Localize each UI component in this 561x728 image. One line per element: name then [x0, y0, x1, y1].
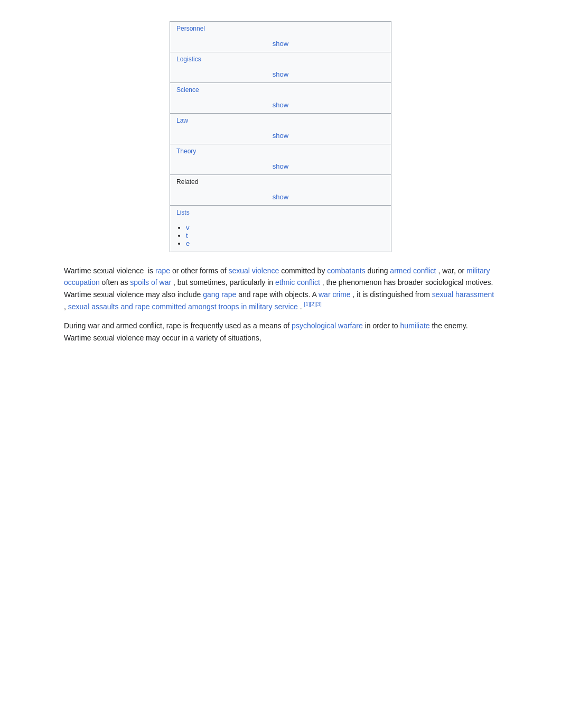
lists-bullet-t: t [186, 232, 385, 239]
link-sexual-violence[interactable]: sexual violence [229, 266, 279, 275]
theory-header: Theory [170, 144, 391, 158]
text-committed-by: committed by [281, 266, 327, 275]
law-show-link[interactable]: show [273, 132, 288, 140]
sidebar-section-law: Law show [170, 114, 391, 144]
sidebar-box: Personnel show Logistics show Science sh… [170, 21, 391, 252]
sidebar-section-personnel: Personnel show [170, 22, 391, 52]
text-and-rape: and rape with objects. A [238, 290, 319, 299]
lists-header: Lists [170, 206, 391, 219]
sidebar-section-lists: Lists v t e [170, 206, 391, 252]
law-show-row: show [170, 127, 391, 144]
logistics-show-link[interactable]: show [273, 70, 288, 78]
related-show-row: show [170, 189, 391, 205]
lists-link[interactable]: Lists [176, 209, 190, 216]
lists-bullet-e: e [186, 239, 385, 247]
citations-1: [1][2][3] [304, 301, 321, 307]
personnel-show-row: show [170, 35, 391, 52]
link-rape[interactable]: rape [155, 266, 170, 275]
link-military-service[interactable]: sexual assaults and rape committed among… [68, 302, 298, 311]
article-paragraph-2: During war and armed conflict, rape is f… [64, 320, 497, 344]
text-but-sometimes: , but sometimes, particularly in [173, 278, 275, 287]
cite-1-link[interactable]: [1] [304, 301, 310, 307]
sidebar-section-related: Related show [170, 175, 391, 206]
science-show-row: show [170, 97, 391, 113]
text-wartime-sexual-violence: Wartime sexual violence [64, 266, 144, 275]
personnel-header: Personnel [170, 22, 391, 35]
cite-2-link[interactable]: [2] [310, 301, 316, 307]
theory-show-link[interactable]: show [273, 162, 288, 170]
link-psychological-warfare[interactable]: psychological warfare [292, 321, 363, 330]
link-gang-rape[interactable]: gang rape [203, 290, 236, 299]
personnel-link[interactable]: Personnel [176, 25, 205, 32]
lists-bullets: v t e [170, 219, 391, 252]
science-show-link[interactable]: show [273, 101, 288, 109]
text-or-other-forms: or other forms of [172, 266, 229, 275]
lists-v-link[interactable]: v [186, 224, 190, 232]
lists-t-link[interactable]: t [186, 232, 188, 239]
text-comma: , [64, 302, 68, 311]
link-armed-conflict[interactable]: armed conflict [390, 266, 436, 275]
logistics-header: Logistics [170, 52, 391, 66]
page-container: Personnel show Logistics show Science sh… [11, 21, 550, 344]
text-in-order: in order to [365, 321, 400, 330]
article-body: Wartime sexual violence is rape or other… [64, 265, 497, 344]
text-period: . [300, 302, 302, 311]
text-often-as: often as [102, 278, 130, 287]
text-war-or: , war, or [438, 266, 466, 275]
personnel-show-link[interactable]: show [273, 40, 288, 48]
article-paragraph-1: Wartime sexual violence is rape or other… [64, 265, 497, 312]
lists-e-link[interactable]: e [186, 239, 190, 247]
text-distinguished: , it is distinguished from [353, 290, 432, 299]
link-humiliate[interactable]: humiliate [400, 321, 430, 330]
law-header: Law [170, 114, 391, 127]
law-link[interactable]: Law [176, 117, 188, 124]
lists-bullet-v: v [186, 224, 385, 232]
sidebar-section-logistics: Logistics show [170, 52, 391, 83]
link-war-crime[interactable]: war crime [319, 290, 351, 299]
science-header: Science [170, 83, 391, 97]
link-sexual-harassment[interactable]: sexual harassment [432, 290, 494, 299]
theory-link[interactable]: Theory [176, 148, 196, 155]
text-during: during [368, 266, 390, 275]
logistics-link[interactable]: Logistics [176, 56, 201, 63]
link-ethnic-conflict[interactable]: ethnic conflict [275, 278, 320, 287]
related-show-link[interactable]: show [273, 193, 288, 201]
text-during-war: During war and armed conflict, rape is f… [64, 321, 292, 330]
sidebar-section-science: Science show [170, 83, 391, 114]
science-link[interactable]: Science [176, 86, 199, 94]
theory-show-row: show [170, 158, 391, 174]
link-spoils-of-war[interactable]: spoils of war [130, 278, 171, 287]
logistics-show-row: show [170, 66, 391, 82]
link-combatants[interactable]: combatants [327, 266, 365, 275]
related-header: Related [170, 175, 391, 189]
sidebar-section-theory: Theory show [170, 144, 391, 175]
cite-3-link[interactable]: [3] [316, 301, 322, 307]
